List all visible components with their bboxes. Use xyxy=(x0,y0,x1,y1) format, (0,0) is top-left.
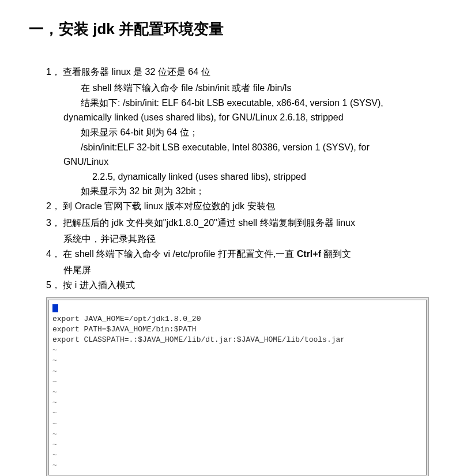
step-1-sub1: 在 shell 终端下输入命令 file /sbin/init 或者 file … xyxy=(46,81,429,96)
step-4: 4， 在 shell 终端下输入命令 vi /etc/profile 打开配置文… xyxy=(46,247,429,262)
step-num: 3， xyxy=(46,218,61,228)
terminal-tilde: ~ xyxy=(52,387,423,398)
terminal-tilde: ~ xyxy=(52,398,423,408)
step-1-sub3: 如果显示 64-bit 则为 64 位； xyxy=(46,125,429,140)
step-3-cont: 系统中，并记录其路径 xyxy=(46,232,429,247)
step-5: 5， 按 i 进入插入模式 xyxy=(46,278,429,293)
terminal-tilde: ~ xyxy=(52,429,423,440)
step-1-sub4: /sbin/init:ELF 32-bit LSB executable, In… xyxy=(46,140,429,155)
step-num: 4， xyxy=(46,249,61,259)
terminal-line-3: export CLASSPATH=.:$JAVA_HOME/lib/dt.jar… xyxy=(52,335,423,345)
step-1-sub6: 如果显示为 32 bit 则为 32bit； xyxy=(46,184,429,199)
step-1: 1， 查看服务器 linux 是 32 位还是 64 位 xyxy=(46,65,429,80)
step-text: 在 shell 终端下输入命令 vi /etc/profile 打开配置文件,一… xyxy=(63,249,351,259)
terminal-cursor xyxy=(52,304,58,312)
terminal-tilde: ~ xyxy=(52,408,423,418)
terminal-tilde: ~ xyxy=(52,377,423,387)
terminal-content: export JAVA_HOME=/opt/jdk1.8.0_20 export… xyxy=(48,300,427,475)
step-3: 3， 把解压后的 jdk 文件夹如"jdk1.8.0_20"通过 shell 终… xyxy=(46,216,429,231)
terminal-tilde: ~ xyxy=(52,450,423,460)
step-1-sub4b: GNU/Linux xyxy=(46,154,429,169)
step-1-sub2: 结果如下: /sbin/init: ELF 64-bit LSB executa… xyxy=(46,96,429,111)
step-1-sub5: 2.2.5, dynamically linked (uses shared l… xyxy=(46,169,429,184)
step-2: 2， 到 Oracle 官网下载 linux 版本对应位数的 jdk 安装包 xyxy=(46,199,429,214)
terminal-line-2: export PATH=$JAVA_HOME/bin:$PATH xyxy=(52,324,423,335)
step-text: 查看服务器 linux 是 32 位还是 64 位 xyxy=(63,67,210,77)
step-4-cont: 件尾屏 xyxy=(46,263,429,278)
terminal-screenshot: export JAVA_HOME=/opt/jdk1.8.0_20 export… xyxy=(46,297,429,477)
terminal-line-1: export JAVA_HOME=/opt/jdk1.8.0_20 xyxy=(52,314,423,324)
terminal-tilde: ~ xyxy=(52,356,423,366)
terminal-tilde: ~ xyxy=(52,440,423,450)
terminal-tilde: ~ xyxy=(52,345,423,356)
document-title: 一，安装 jdk 并配置环境变量 xyxy=(29,17,429,41)
title-text: 一，安装 jdk 并配置环境变量 xyxy=(29,20,224,37)
step-text: 到 Oracle 官网下载 linux 版本对应位数的 jdk 安装包 xyxy=(63,201,274,211)
step-text: 按 i 进入插入模式 xyxy=(63,280,134,290)
step-num: 5， xyxy=(46,280,61,290)
step-num: 1， xyxy=(46,67,61,77)
step-1-sub2b: dynamically linked (uses shared libs), f… xyxy=(46,110,429,125)
terminal-tilde: ~ xyxy=(52,419,423,429)
step-num: 2， xyxy=(46,201,61,211)
step-text: 把解压后的 jdk 文件夹如"jdk1.8.0_20"通过 shell 终端复制… xyxy=(63,218,355,228)
terminal-tilde: ~ xyxy=(52,367,423,377)
terminal-tilde: ~ xyxy=(52,460,423,471)
content-body: 1， 查看服务器 linux 是 32 位还是 64 位 在 shell 终端下… xyxy=(23,65,429,293)
